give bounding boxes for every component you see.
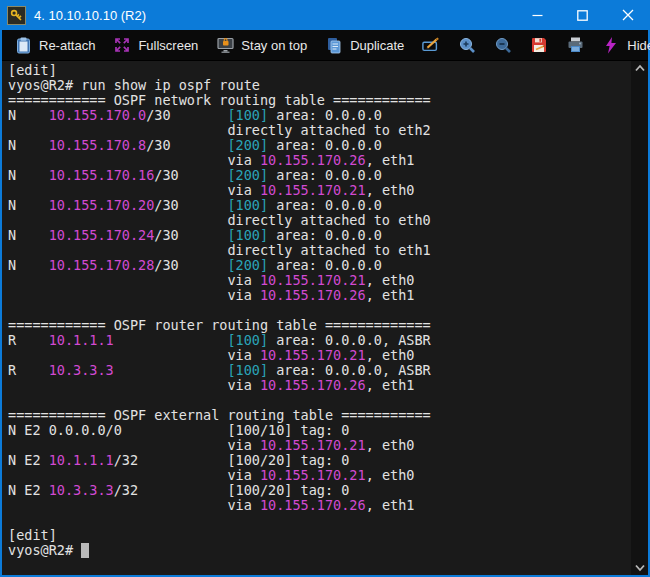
terminal-line: N 10.155.170.16/30 [200] area: 0.0.0.0 — [8, 168, 631, 183]
key-icon[interactable] — [7, 6, 26, 25]
save-button[interactable] — [530, 36, 548, 54]
stay-on-top-button[interactable]: Stay on top — [216, 36, 307, 54]
close-x-icon — [622, 9, 634, 21]
print-icon — [566, 36, 584, 54]
monitor-lock-icon — [216, 36, 234, 54]
scroll-up-icon[interactable] — [634, 64, 646, 72]
clipboard-icon — [14, 36, 32, 54]
terminal-line: via 10.155.170.21, eth0 — [8, 438, 631, 453]
terminal-line: vyos@R2# run show ip ospf route — [8, 78, 631, 93]
save-icon — [530, 36, 548, 54]
maximize-button[interactable] — [560, 0, 605, 30]
fullscreen-button[interactable]: Fullscreen — [113, 36, 198, 54]
fullscreen-arrows-icon — [113, 36, 131, 54]
zoom-out-icon — [494, 36, 512, 54]
terminal-line: via 10.155.170.21, eth0 — [8, 183, 631, 198]
terminal-line: directly attached to eth1 — [8, 243, 631, 258]
scrollbar[interactable] — [631, 61, 648, 575]
terminal-line: N 10.155.170.20/30 [100] area: 0.0.0.0 — [8, 198, 631, 213]
terminal-line: [edit] — [8, 528, 631, 543]
terminal-window: 4. 10.10.10.10 (R2) — [0, 0, 650, 577]
terminal-line: directly attached to eth0 — [8, 213, 631, 228]
reattach-button[interactable]: Re-attach — [14, 36, 95, 54]
zoom-in-icon — [458, 36, 476, 54]
minimize-button[interactable] — [515, 0, 560, 30]
close-button[interactable] — [605, 0, 650, 30]
terminal-line: vyos@R2# — [8, 543, 631, 558]
terminal-line — [8, 303, 631, 318]
terminal-line: N 10.155.170.24/30 [100] area: 0.0.0.0 — [8, 228, 631, 243]
terminal-line: N E2 10.3.3.3/32 [100/20] tag: 0 — [8, 483, 631, 498]
hide-toolbar-label: Hide toolbar — [627, 38, 650, 53]
minimize-icon — [532, 10, 543, 21]
terminal-line: via 10.155.170.26, eth1 — [8, 378, 631, 393]
terminal-line: R 10.1.1.1 [100] area: 0.0.0.0, ASBR — [8, 333, 631, 348]
duplicate-label: Duplicate — [350, 38, 404, 53]
terminal-line: N E2 10.1.1.1/32 [100/20] tag: 0 — [8, 453, 631, 468]
terminal-line: via 10.155.170.21, eth0 — [8, 348, 631, 363]
terminal-line: N 10.155.170.8/30 [200] area: 0.0.0.0 — [8, 138, 631, 153]
edit-button[interactable] — [422, 36, 440, 54]
terminal-line — [8, 513, 631, 528]
hide-toolbar-button[interactable]: Hide toolbar — [602, 36, 650, 54]
terminal-line: via 10.155.170.26, eth1 — [8, 153, 631, 168]
maximize-icon — [577, 10, 588, 21]
terminal-line: N E2 0.0.0.0/0 [100/10] tag: 0 — [8, 423, 631, 438]
terminal-line: directly attached to eth2 — [8, 123, 631, 138]
duplicate-pages-icon — [325, 36, 343, 54]
terminal-line: ============ OSPF network routing table … — [8, 93, 631, 108]
terminal-line: via 10.155.170.26, eth1 — [8, 498, 631, 513]
lightning-icon — [602, 36, 620, 54]
terminal-line: R 10.3.3.3 [100] area: 0.0.0.0, ASBR — [8, 363, 631, 378]
terminal-line: ============ OSPF router routing table =… — [8, 318, 631, 333]
edit-icon — [422, 36, 440, 54]
titlebar: 4. 10.10.10.10 (R2) — [0, 0, 650, 30]
duplicate-button[interactable]: Duplicate — [325, 36, 404, 54]
stay-on-top-label: Stay on top — [241, 38, 307, 53]
terminal-line: via 10.155.170.26, eth1 — [8, 288, 631, 303]
window-controls — [515, 0, 650, 30]
terminal-line: ============ OSPF external routing table… — [8, 408, 631, 423]
terminal-area[interactable]: [edit]vyos@R2# run show ip ospf route===… — [2, 61, 648, 575]
terminal-cursor — [81, 543, 89, 558]
terminal-text: [edit]vyos@R2# run show ip ospf route===… — [2, 61, 631, 575]
terminal-line: via 10.155.170.21, eth0 — [8, 273, 631, 288]
reattach-label: Re-attach — [39, 38, 95, 53]
terminal-line: N 10.155.170.28/30 [200] area: 0.0.0.0 — [8, 258, 631, 273]
fullscreen-label: Fullscreen — [138, 38, 198, 53]
terminal-line: via 10.155.170.21, eth0 — [8, 468, 631, 483]
terminal-line: N 10.155.170.0/30 [100] area: 0.0.0.0 — [8, 108, 631, 123]
zoom-out-button[interactable] — [494, 36, 512, 54]
toolbar: Re-attach Fullscreen — [2, 30, 648, 61]
terminal-line: [edit] — [8, 63, 631, 78]
terminal-line — [8, 393, 631, 408]
scroll-down-icon[interactable] — [634, 564, 646, 572]
print-button[interactable] — [566, 36, 584, 54]
window-title: 4. 10.10.10.10 (R2) — [34, 8, 146, 23]
zoom-in-button[interactable] — [458, 36, 476, 54]
